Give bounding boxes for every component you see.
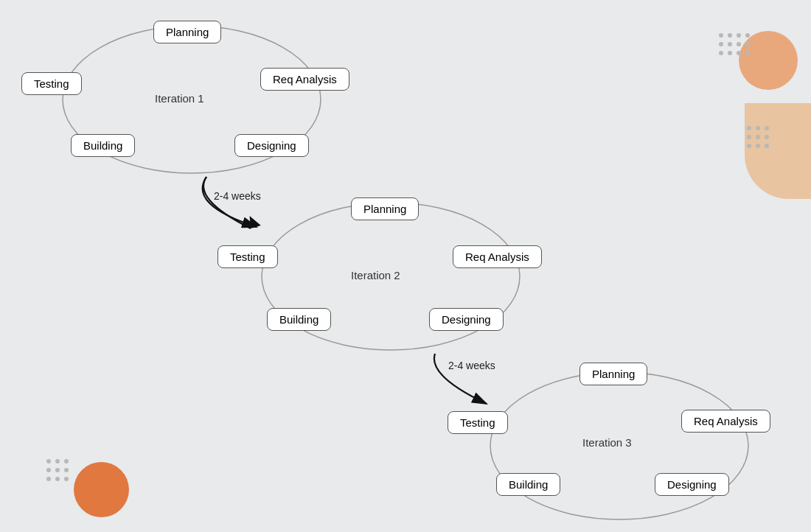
iter1-label: Iteration 1 bbox=[155, 92, 204, 105]
iter2-designing: Designing bbox=[429, 308, 504, 331]
iter1-building: Building bbox=[71, 134, 135, 157]
svg-point-22 bbox=[55, 459, 60, 463]
svg-point-8 bbox=[719, 51, 723, 55]
svg-point-23 bbox=[64, 459, 69, 463]
svg-point-10 bbox=[737, 51, 741, 55]
deco-circle-bottom-left bbox=[74, 462, 129, 517]
iter2-label: Iteration 2 bbox=[351, 269, 400, 281]
iter2-req-analysis: Req Analysis bbox=[453, 245, 542, 268]
iter2-planning: Planning bbox=[351, 197, 419, 220]
svg-point-27 bbox=[46, 477, 51, 481]
svg-point-20 bbox=[765, 144, 769, 148]
iter1-designing: Designing bbox=[234, 134, 309, 157]
svg-point-3 bbox=[745, 33, 750, 38]
svg-point-7 bbox=[745, 42, 750, 46]
svg-point-14 bbox=[765, 126, 769, 130]
svg-point-1 bbox=[728, 33, 732, 38]
iter3-building: Building bbox=[496, 473, 560, 496]
svg-point-26 bbox=[64, 468, 69, 472]
svg-point-12 bbox=[747, 126, 751, 130]
svg-point-0 bbox=[719, 33, 723, 38]
iter1-planning: Planning bbox=[153, 21, 221, 43]
svg-point-29 bbox=[64, 477, 69, 481]
svg-point-25 bbox=[55, 468, 60, 472]
svg-point-13 bbox=[756, 126, 760, 130]
iter3-planning: Planning bbox=[579, 363, 647, 385]
iter3-req-analysis: Req Analysis bbox=[681, 410, 770, 433]
svg-point-28 bbox=[55, 477, 60, 481]
svg-marker-33 bbox=[244, 216, 261, 232]
svg-point-4 bbox=[719, 42, 723, 46]
iter2-testing: Testing bbox=[217, 245, 278, 268]
iter3-designing: Designing bbox=[655, 473, 729, 496]
iter3-label: Iteration 3 bbox=[582, 436, 632, 449]
svg-point-17 bbox=[765, 135, 769, 139]
svg-point-19 bbox=[756, 144, 760, 148]
diagram-svg bbox=[0, 0, 811, 532]
iter2-building: Building bbox=[267, 308, 331, 331]
svg-point-11 bbox=[745, 51, 750, 55]
svg-point-15 bbox=[747, 135, 751, 139]
weeks-label-1: 2-4 weeks bbox=[214, 190, 261, 202]
deco-dots-top-right bbox=[717, 31, 761, 75]
svg-point-6 bbox=[737, 42, 741, 46]
iter1-req-analysis: Req Analysis bbox=[260, 68, 349, 91]
svg-point-2 bbox=[737, 33, 741, 38]
weeks-label-2: 2-4 weeks bbox=[448, 360, 495, 371]
svg-point-5 bbox=[728, 42, 732, 46]
svg-point-9 bbox=[728, 51, 732, 55]
iter3-testing: Testing bbox=[448, 411, 508, 434]
svg-point-24 bbox=[46, 468, 51, 472]
deco-dots-right-mid bbox=[745, 124, 789, 164]
iter1-testing: Testing bbox=[21, 72, 82, 95]
svg-point-16 bbox=[756, 135, 760, 139]
svg-point-21 bbox=[46, 459, 51, 463]
svg-point-18 bbox=[747, 144, 751, 148]
